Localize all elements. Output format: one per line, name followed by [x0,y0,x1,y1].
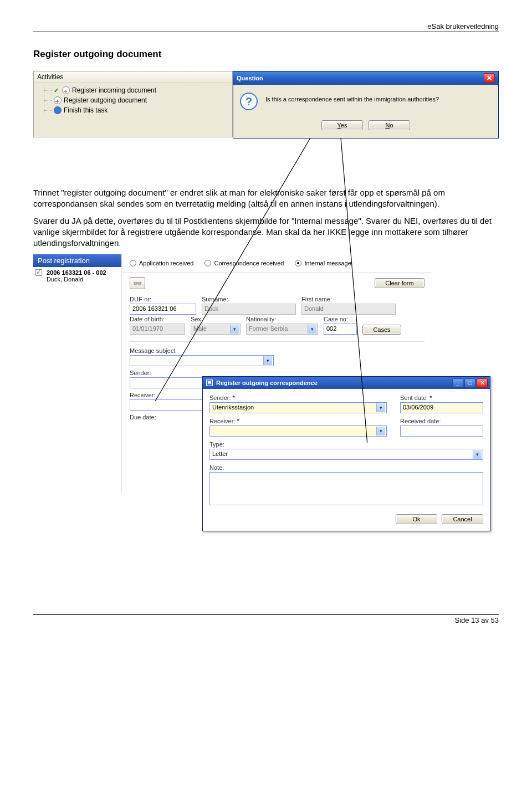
radio-application-received[interactable]: Application received [130,260,193,266]
post-registration-tab[interactable]: Post registration [33,254,121,267]
firstname-input: Donald [301,304,396,315]
activities-list: ✓ Register incoming document Register ou… [34,83,232,117]
receiver-select[interactable] [209,425,387,437]
label-type: Type: [209,441,483,448]
dialog-title: Register outgoing correspondence [216,380,318,386]
question-dialog: Question ✕ ? Is this a correspondence se… [233,71,499,139]
activity-label: Register incoming document [72,85,156,95]
clear-form-button[interactable]: Clear form [375,278,424,288]
no-button[interactable]: No [369,120,410,130]
label-sender: Sender: [130,370,274,376]
close-icon[interactable]: ✕ [484,73,495,83]
message-type-radios: Application received Correspondence rece… [122,254,432,273]
search-row: 👓 Clear form [122,273,432,294]
activity-row[interactable]: Register outgoing document [40,95,232,105]
correspondence-dialog: Register outgoing correspondence _ □ ✕ S… [202,376,490,531]
message-subject-select[interactable] [130,355,274,366]
bullet-icon [54,106,62,114]
label-dob: Date of birth: [130,316,185,322]
divider [130,341,424,342]
label-duf: DUF-nr: [130,296,196,302]
label-receiver: Receiver: [209,418,387,424]
duf-input[interactable]: 2006 163321 06 [130,304,196,315]
activity-label: Finish this task [64,105,108,115]
label-nationality: Nationality: [246,316,318,322]
dialog-title: Question [237,75,263,81]
case-name: Duck, Donald [44,276,106,283]
radio-icon [130,260,136,266]
label-note: Note: [209,464,483,471]
section-title: Register outgoing document [33,49,499,60]
yes-button[interactable]: Yes [321,120,363,130]
type-select[interactable]: Letter [209,449,483,460]
screenshot-area: Activities ✓ Register incoming document … [33,71,499,171]
label-caseno: Case no: [324,316,357,322]
label-surname: Surname: [202,296,296,302]
dialog-message: Is this a correspondence sent within the… [265,93,439,102]
sex-select: Male [191,324,241,335]
cancel-button[interactable]: Cancel [442,514,483,524]
radio-icon [204,260,211,266]
question-icon: ? [240,93,258,110]
dialog-body: Sender: Utenriksstasjon Sent date: 03/06… [203,389,490,531]
radio-correspondence-received[interactable]: Correspondence received [204,260,284,266]
dob-input: 01/01/1970 [130,324,185,335]
document-icon [206,380,213,386]
activity-row[interactable]: ✓ Register incoming document [40,85,232,95]
dialog-titlebar: Question ✕ [233,71,498,85]
label-sender: Sender: [209,394,387,401]
dialog-buttons: Yes No [233,118,498,138]
cases-button[interactable]: Cases [362,325,401,335]
surname-input: Duck [202,304,296,315]
radio-internal-message[interactable]: Internal message [295,260,351,266]
dialog-body: ? Is this a correspondence sent within t… [233,85,498,118]
nationality-select: Former Serbia [246,324,318,335]
sent-date-input[interactable]: 03/06/2009 [400,402,483,413]
page-number: Side 13 av 53 [454,616,499,624]
dialog-buttons: Ok Cancel [209,510,483,525]
received-date-input[interactable] [400,425,483,437]
activity-label: Register outgoing document [64,95,147,105]
binoculars-icon: 👓 [133,279,142,288]
search-button[interactable]: 👓 [130,277,145,289]
refresh-icon [54,96,62,104]
close-icon[interactable]: ✕ [477,378,488,388]
case-reference: 2006 163321 06 - 002 [44,267,106,276]
paragraph: Trinnet "register outgoing document" er … [33,187,499,210]
label-received-date: Received date: [400,418,483,424]
activities-panel: Activities ✓ Register incoming document … [33,71,233,137]
page-footer: Side 13 av 53 [33,614,499,624]
post-registration-area: Post registration 2006 163321 06 - 002 D… [33,254,515,542]
label-duedate: Due date: [130,414,196,421]
activity-row[interactable]: Finish this task [40,105,232,115]
paragraph: Svarer du JA på dette, overføres du til … [33,216,499,249]
caseno-input[interactable]: 002 [324,324,357,335]
activities-title: Activities [34,71,232,83]
check-icon: ✓ [54,85,59,95]
case-checkbox[interactable] [35,269,42,276]
label-sex: Sex: [191,316,241,322]
sender-select[interactable]: Utenriksstasjon [209,402,387,413]
minimize-icon[interactable]: _ [452,378,463,388]
page-header: eSak brukerveiledning [33,22,499,32]
ok-button[interactable]: Ok [396,514,437,524]
fields-grid: DUF-nr: 2006 163321 06 Surname: Duck Fir… [122,294,432,338]
note-textarea[interactable] [209,472,483,505]
header-text: eSak brukerveiledning [427,22,499,30]
label-sent-date: Sent date: [400,394,483,401]
refresh-icon [62,86,70,94]
post-sidebar: Post registration 2006 163321 06 - 002 D… [33,254,122,493]
maximize-icon[interactable]: □ [464,378,475,388]
label-message-subject: Message subject [130,347,274,354]
dialog-titlebar: Register outgoing correspondence _ □ ✕ [203,377,490,389]
radio-icon [295,260,301,266]
label-firstname: First name: [301,296,396,302]
window-buttons: _ □ ✕ [452,378,488,388]
